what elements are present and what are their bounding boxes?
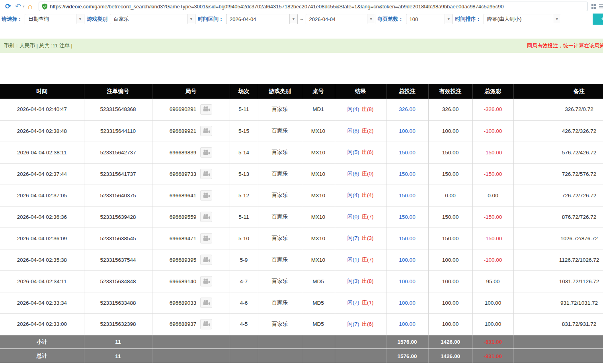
column-header: 总派彩 [472,84,513,99]
cell-session: 5-10 [230,228,258,249]
video-replay-button[interactable] [200,255,212,265]
address-bar[interactable]: https://videoie.com/game/betrecord_searc… [39,2,588,11]
cell-time: 2026-04-04 02:38:48 [0,120,84,142]
cell-valid-bet: 150.00 [428,142,472,163]
chevron-down-icon[interactable]: ▼ [76,14,84,24]
round-id: 696689471 [170,236,197,241]
footer-valid-bet: 1426.00 [428,349,472,363]
footer-empty [335,349,386,363]
round-id: 696689921 [170,128,197,134]
cell-total-bet[interactable]: 100.00 [386,249,428,271]
result-banker: 庄(6) [362,321,374,327]
cell-valid-bet: 100.00 [428,271,472,292]
cell-total-bet[interactable]: 150.00 [386,206,428,228]
round-id: 696689641 [170,193,197,199]
video-replay-button[interactable] [200,190,212,200]
date-to-input[interactable]: 2026-04-04 ▼ [306,14,375,24]
chevron-down-icon[interactable]: ▼ [367,14,375,24]
cell-total-bet[interactable]: 100.00 [386,313,428,335]
result-player: 闲(1) [347,257,359,263]
summary-notice: 同局有效投注，统一计算在该局第 [527,42,603,49]
video-replay-button[interactable] [200,147,212,158]
video-replay-button[interactable] [200,298,212,308]
back-icon[interactable]: ↶ [15,3,21,10]
cell-game-type: 百家乐 [258,142,302,163]
total-bet-link: 150.00 [399,150,415,156]
video-replay-button[interactable] [200,319,212,329]
apps-grid-icon[interactable] [591,4,597,9]
game-category-value: 百家乐 [110,14,187,24]
page-size-select[interactable]: 100 ▼ [406,14,453,24]
cell-remark: 726.72/726.72 [513,185,603,206]
bet-record-table: 时间注单编号局号场次游戏类别桌号结果总投注有效投注总派彩备注 2026-04-0… [0,84,603,363]
cell-total-bet[interactable]: 100.00 [386,120,428,142]
sort-label: 时间排序： [455,16,481,23]
cell-result: 闲(7)庄(6) [335,313,386,335]
cell-total-bet[interactable]: 150.00 [386,163,428,185]
video-replay-button[interactable] [200,212,212,222]
sort-select[interactable]: 降幂(由大到小) ▼ [484,14,561,24]
round-id: 696689140 [170,278,197,284]
back-history-caret-icon[interactable]: ▼ [22,5,25,8]
table-row: 2026-04-04 02:37:44523315641737696689733… [0,163,603,185]
chevron-down-icon[interactable]: ▼ [553,14,561,24]
video-replay-button[interactable] [200,104,212,115]
cell-game-type: 百家乐 [258,163,302,185]
table-row: 2026-04-04 02:38:11523315642737696689839… [0,142,603,163]
table-row: 2026-04-04 02:36:09523315638545696689471… [0,228,603,249]
cell-table-no: MD5 [302,313,335,335]
result-player: 闲(0) [347,214,359,220]
home-icon[interactable]: ⌂ [28,2,33,10]
game-category-select[interactable]: 百家乐 ▼ [110,14,195,24]
cell-result: 闲(4)庄(8) [335,99,386,120]
game-category-label: 游戏类别 [87,16,107,23]
table-row: 2026-04-04 02:36:36523315639428696689559… [0,206,603,228]
cell-result: 闲(1)庄(7) [335,249,386,271]
reload-icon[interactable]: ⟳ [5,3,11,10]
video-replay-button[interactable] [200,233,212,243]
cell-remark: 831.72/931.72 [513,313,603,335]
cell-valid-bet: 100.00 [428,120,472,142]
video-replay-button[interactable] [200,276,212,286]
search-button[interactable]: 查询 [593,14,603,25]
cell-bet-id: 523315640375 [84,185,152,206]
cell-round: 696689471 [152,228,230,249]
cell-result: 闲(5)庄(6) [335,142,386,163]
table-row: 2026-04-04 02:37:05523315640375696689641… [0,185,603,206]
cell-total-bet[interactable]: 150.00 [386,185,428,206]
result-banker: 庄(8) [362,278,374,284]
query-type-select[interactable]: 日期查询 ▼ [25,14,84,24]
chevron-down-icon[interactable]: ▼ [289,14,297,24]
cell-table-no: MD5 [302,292,335,313]
cell-remark: 726.72/576.72 [513,163,603,185]
cell-payout: 100.00 [472,292,513,313]
cell-payout: -326.00 [472,99,513,120]
video-replay-button[interactable] [200,126,212,136]
total-bet-link: 150.00 [399,236,415,241]
cell-total-bet[interactable]: 100.00 [386,292,428,313]
video-replay-button[interactable] [200,169,212,179]
footer-valid-bet: 1426.00 [428,335,472,349]
result-banker: 庄(4) [362,192,374,198]
cell-total-bet[interactable]: 150.00 [386,228,428,249]
column-header: 游戏类别 [258,84,302,99]
total-bet-link: 100.00 [399,257,415,263]
cell-total-bet[interactable]: 100.00 [386,271,428,292]
chevron-down-icon[interactable]: ▼ [187,14,195,24]
cell-payout: -100.00 [472,249,513,271]
cell-round: 696689641 [152,185,230,206]
security-shield-icon [42,4,47,10]
result-banker: 庄(3) [362,235,374,241]
cell-bet-id: 523315644110 [84,120,152,142]
date-from-input[interactable]: 2026-04-04 ▼ [226,14,298,24]
cell-remark: 326.72/0.72 [513,99,603,120]
cell-remark: 1026.72/876.72 [513,228,603,249]
cell-total-bet[interactable]: 326.00 [386,99,428,120]
column-header: 有效投注 [428,84,472,99]
menu-more-icon[interactable] [599,4,603,9]
chevron-down-icon[interactable]: ▼ [445,14,453,24]
total-bet-link: 100.00 [399,278,415,284]
total-bet-link: 150.00 [399,193,415,199]
cell-total-bet[interactable]: 150.00 [386,142,428,163]
footer-empty [230,335,258,349]
